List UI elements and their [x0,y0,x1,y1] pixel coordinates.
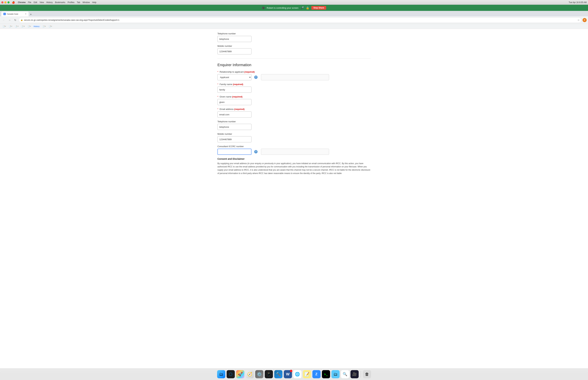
dock-system-preferences[interactable]: ⚙️ [255,370,263,372]
browser-tabs-bar: G Canada Case ✕ + [0,11,588,16]
relationship-select[interactable]: Applicant Spouse Parent Sibling Represen… [217,74,251,80]
bookmarks-bar: 📑 r 📑 r 📑 r 📑 r 📑 r History 📑 r 📑 r [0,24,588,29]
mobile-input[interactable] [217,136,251,142]
dock-word[interactable]: W 1 [284,370,292,372]
word-badge: 1 [290,370,292,372]
bookmark-item[interactable]: 📑 r [1,25,7,28]
menubar-profiles[interactable]: Profiles [68,1,75,3]
dock-vscode[interactable]: ⬡ [227,370,235,372]
new-tab-button[interactable]: + [30,13,32,16]
dock-xcode[interactable]: 🔨 [274,370,283,372]
menubar-window[interactable]: Window [82,1,90,3]
mobile-field: Mobile number [217,133,371,142]
consultant-input[interactable] [217,149,251,155]
consent-section: Consent and Disclaimer By supplying your… [217,157,371,175]
dock-launchpad[interactable]: 🚀 [236,370,244,372]
dock-chrome[interactable]: 🌐 [293,370,302,372]
telephone-label: Telephone number [217,120,371,123]
zoom-notification-bar: 🎥 Robert is controlling your screen 🎤 🔒 … [0,5,588,11]
family-name-label: * Family name (required) [217,83,371,86]
forward-button[interactable]: → [7,18,12,22]
page-content: Telephone number Mobile number Enquirer … [0,29,588,372]
consultant-field: Consultant ICCRC number ? [217,145,371,155]
given-name-label: * Given name (required) [217,95,371,98]
address-bar[interactable]: 🔒 secure.cic.gc.ca/enquiries-renseigneme… [19,17,582,23]
stop-share-button[interactable]: Stop Share [311,6,326,10]
dock-notes[interactable]: 📝 [303,370,311,372]
reload-button[interactable]: ↻ [13,18,18,22]
relationship-row: Applicant Spouse Parent Sibling Represen… [217,74,371,80]
bookmark-item[interactable]: 📑 r [8,25,13,28]
menubar-app-name[interactable]: Chrome [18,1,25,3]
section-title: Enquirer Information [217,63,371,67]
consultant-info-panel [261,149,329,155]
dock-camo[interactable]: 🎥 [350,370,359,372]
bookmark-star-icon[interactable]: ☆ [577,19,580,21]
tab-label: Canada Case [7,13,18,15]
bookmark-item[interactable]: History [33,25,40,28]
zoom-notification-text: Robert is controlling your screen [267,7,298,9]
consultant-help-icon[interactable]: ? [254,150,258,153]
minimize-button[interactable] [4,1,6,3]
section-divider [217,58,371,59]
bookmark-item[interactable]: 📑 r [41,25,47,28]
telephone-input[interactable] [217,124,251,130]
relationship-label: * Relationship to applicant (required) [217,71,371,73]
dock-safari[interactable]: 🧭 [246,370,254,372]
email-field: * Email address (required) [217,108,371,117]
bookmark-item[interactable]: 📑 r [26,25,32,28]
traffic-lights [1,1,10,3]
menubar-file[interactable]: File [28,1,31,3]
address-text: secure.cic.gc.ca/enquiries-renseignement… [24,19,576,21]
macos-menubar: 🍎 Chrome File Edit View History Bookmark… [0,0,588,5]
menubar-tab[interactable]: Tab [77,1,80,3]
email-label: * Email address (required) [217,108,371,110]
dock-simulator[interactable]: 📱 [265,370,273,372]
top-mobile-field: Mobile number [217,45,371,55]
menubar-edit[interactable]: Edit [34,1,37,3]
menubar-bookmarks[interactable]: Bookmarks [55,1,65,3]
video-icon: 🔒 [306,6,309,10]
dock-trash[interactable]: 🗑 [363,370,371,372]
family-name-input[interactable] [217,87,251,93]
browser-toolbar: ← → ↻ 🔒 secure.cic.gc.ca/enquiries-rense… [0,16,588,24]
profile-avatar[interactable]: P [583,18,587,22]
bookmark-item[interactable]: 📑 r [47,25,53,28]
back-button[interactable]: ← [1,18,6,22]
given-name-input[interactable] [217,99,251,105]
consultant-label: Consultant ICCRC number [217,145,371,148]
dock-finder[interactable]: 🗂 [217,370,225,372]
menubar-history[interactable]: History [46,1,53,3]
top-telephone-input[interactable] [217,36,251,42]
dock-terminal[interactable]: >_ [322,370,330,372]
macos-dock: 🗂 ⬡ 🚀 🧭 ⚙️ 📱 🔨 W 1 🌐 📝 Z >_ 🗂 🔍 🎥 [0,368,588,372]
apple-logo-icon[interactable]: 🍎 [12,1,15,4]
consent-text: By supplying your email address (in your… [217,162,371,175]
family-name-field: * Family name (required) [217,83,371,93]
top-telephone-label: Telephone number [217,32,371,35]
top-mobile-label: Mobile number [217,45,371,47]
zoom-icon: 🎥 [262,6,265,9]
dock-zoom[interactable]: Z [312,370,321,372]
given-name-field: * Given name (required) [217,95,371,105]
bookmark-item[interactable]: 📑 r [14,25,19,28]
email-input[interactable] [217,112,251,117]
dock-spotlight[interactable]: 🔍 [341,370,349,372]
consent-title: Consent and Disclaimer [217,157,371,160]
lock-icon: 🔒 [20,19,23,21]
relationship-help-icon[interactable]: ? [254,76,258,79]
relationship-info-panel [261,74,329,80]
menubar-view[interactable]: View [39,1,44,3]
menubar-help[interactable]: Help [92,1,96,3]
telephone-field: Telephone number [217,120,371,130]
tab-close-icon[interactable]: ✕ [25,13,27,15]
maximize-button[interactable] [7,1,10,3]
dock-files[interactable]: 🗂 [331,370,340,372]
form-section: Telephone number Mobile number Enquirer … [217,32,371,175]
browser-tab[interactable]: G Canada Case ✕ [1,12,29,16]
microphone-icon: 🎤 [301,6,304,10]
tab-favicon-icon: G [3,13,6,15]
close-button[interactable] [1,1,3,3]
bookmark-item[interactable]: 📑 r [20,25,26,28]
top-mobile-input[interactable] [217,48,251,55]
